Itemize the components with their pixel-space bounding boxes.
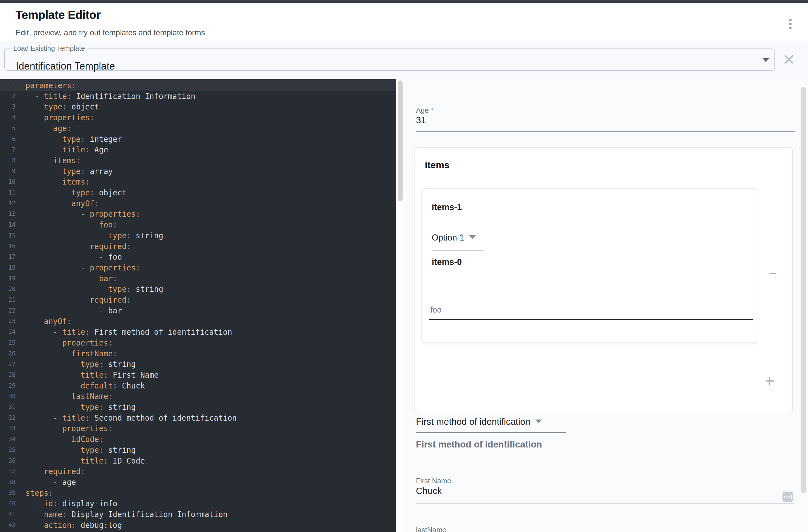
- code-line[interactable]: 17 - foo: [0, 252, 396, 262]
- code-line[interactable]: 1parameters:: [0, 80, 396, 91]
- code-line[interactable]: 15 type: string: [0, 230, 396, 241]
- editor-scrollbar[interactable]: [398, 80, 403, 201]
- code-line[interactable]: 21 required:: [0, 294, 396, 305]
- chevron-down-icon[interactable]: [763, 58, 769, 62]
- line-number: 25: [0, 338, 16, 348]
- code-line[interactable]: 22 - bar: [0, 305, 396, 316]
- code-line[interactable]: 24 - title: First method of identificati…: [0, 327, 396, 338]
- code-line[interactable]: 33 properties:: [0, 423, 396, 434]
- line-number: 7: [0, 144, 16, 155]
- code-line[interactable]: 32 - title: Second method of identificat…: [0, 413, 396, 423]
- code-line[interactable]: 6 type: integer: [0, 134, 396, 145]
- items-entry-card: items-1 Option 1 items-0: [421, 188, 757, 343]
- code-text: type: string: [25, 284, 163, 294]
- code-line[interactable]: 12 anyOf:: [0, 198, 396, 209]
- remove-item-button[interactable]: −: [765, 265, 782, 282]
- code-text: - foo: [25, 252, 122, 262]
- code-line[interactable]: 41 name: Display Identification Informat…: [0, 509, 396, 520]
- code-line[interactable]: 37 required:: [0, 466, 396, 477]
- code-line[interactable]: 16 required:: [0, 241, 396, 252]
- overflow-menu-button[interactable]: [784, 16, 796, 32]
- code-text: properties:: [25, 338, 113, 348]
- code-text: foo:: [25, 220, 117, 230]
- code-text: - age: [25, 477, 76, 488]
- code-line[interactable]: 36 title: ID Code: [0, 456, 396, 466]
- code-line[interactable]: 8 items:: [0, 155, 396, 166]
- item-title: items-1: [432, 202, 462, 212]
- autofill-dot-icon: [784, 496, 786, 498]
- variant-select[interactable]: Option 1: [432, 233, 476, 243]
- code-line[interactable]: 35 type: string: [0, 445, 396, 456]
- line-number: 6: [0, 134, 16, 145]
- variant-select-underline: [432, 250, 483, 250]
- line-number: 3: [0, 101, 16, 112]
- code-line[interactable]: 3 type: object: [0, 101, 396, 112]
- template-loader-section: Identification Template Load Existing Te…: [0, 42, 808, 79]
- code-line[interactable]: 5 age:: [0, 123, 396, 134]
- code-line[interactable]: 39steps:: [0, 488, 396, 498]
- line-number: 28: [0, 369, 16, 380]
- age-input-underline: [416, 131, 795, 132]
- code-text: type: object: [25, 187, 126, 198]
- code-text: type: string: [25, 359, 135, 369]
- code-text: type: array: [25, 166, 113, 177]
- code-line[interactable]: 23 anyOf:: [0, 316, 396, 327]
- line-number: 5: [0, 123, 16, 134]
- line-number: 30: [0, 391, 16, 402]
- code-line[interactable]: 19 bar:: [0, 273, 396, 284]
- code-line[interactable]: 38 - age: [0, 477, 396, 488]
- foo-input[interactable]: [430, 305, 747, 315]
- code-line[interactable]: 40 - id: display-info: [0, 498, 396, 509]
- yaml-code-editor[interactable]: 1parameters:2 - title: Identification In…: [0, 79, 396, 532]
- code-text: - title: Second method of identification: [25, 413, 237, 423]
- age-input[interactable]: [416, 115, 776, 126]
- clear-template-button[interactable]: [784, 54, 794, 64]
- browser-autofill-icon[interactable]: [783, 492, 793, 502]
- kebab-dot-icon: [789, 19, 792, 21]
- add-item-button[interactable]: +: [761, 372, 778, 390]
- item-subtitle: items-0: [432, 257, 462, 267]
- code-line[interactable]: 2 - title: Identification Information: [0, 91, 396, 102]
- line-number: 8: [0, 155, 16, 166]
- code-line[interactable]: 31 type: string: [0, 402, 396, 413]
- code-line[interactable]: 25 properties:: [0, 338, 396, 348]
- method-select[interactable]: First method of identification: [416, 416, 542, 427]
- x-icon: [784, 54, 794, 64]
- caret-down-icon: [535, 419, 542, 423]
- code-line[interactable]: 14 foo:: [0, 220, 396, 230]
- page-scrollbar[interactable]: [801, 87, 806, 493]
- code-line[interactable]: 28 title: First Name: [0, 369, 396, 380]
- code-line[interactable]: 11 type: object: [0, 187, 396, 198]
- line-number: 21: [0, 294, 16, 305]
- code-line[interactable]: 7 title: Age: [0, 144, 396, 155]
- code-line[interactable]: 10 items:: [0, 176, 396, 187]
- last-name-label: lastName: [416, 526, 446, 532]
- line-number: 11: [0, 187, 16, 198]
- code-line[interactable]: 34 idCode:: [0, 434, 396, 445]
- code-text: - id: display-info: [25, 498, 117, 509]
- code-text: action: debug:log: [25, 520, 122, 531]
- line-number: 18: [0, 262, 16, 273]
- code-line[interactable]: 42 action: debug:log: [0, 520, 396, 531]
- code-line[interactable]: 13 - properties:: [0, 209, 396, 220]
- line-number: 32: [0, 413, 16, 423]
- first-name-input[interactable]: [416, 486, 771, 496]
- line-number: 13: [0, 209, 16, 220]
- code-line[interactable]: 20 type: string: [0, 284, 396, 294]
- code-text: - bar: [25, 305, 122, 316]
- code-line[interactable]: 26 firstName:: [0, 348, 396, 359]
- line-number: 40: [0, 498, 16, 509]
- code-line[interactable]: 18 - properties:: [0, 262, 396, 273]
- code-line[interactable]: 27 type: string: [0, 359, 396, 369]
- line-number: 16: [0, 241, 16, 252]
- code-text: properties:: [25, 423, 113, 434]
- autofill-dot-icon: [786, 496, 788, 498]
- code-line[interactable]: 29 default: Chuck: [0, 380, 396, 391]
- load-existing-template-select[interactable]: Identification Template: [4, 49, 775, 71]
- code-line[interactable]: 30 lastName:: [0, 391, 396, 402]
- line-number: 22: [0, 305, 16, 316]
- form-preview-panel: Age * items items-1 Option 1 items-0 − +…: [404, 79, 808, 532]
- code-line[interactable]: 9 type: array: [0, 166, 396, 177]
- code-line[interactable]: 4 properties:: [0, 112, 396, 123]
- code-text: - title: First method of identification: [25, 327, 232, 338]
